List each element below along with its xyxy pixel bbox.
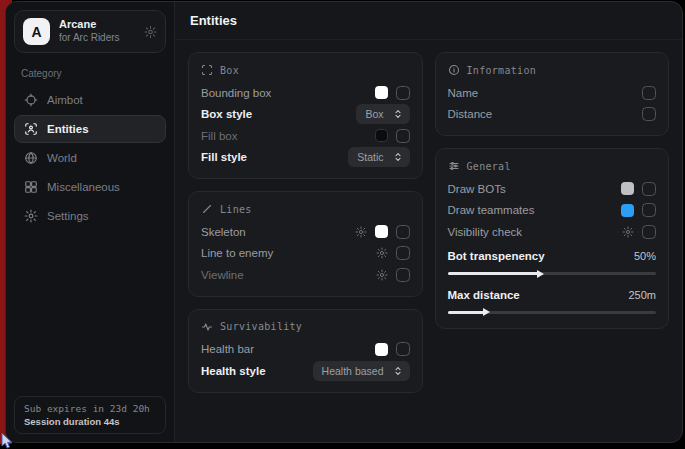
checkbox[interactable]: [396, 86, 410, 100]
line-icon: [201, 203, 213, 215]
setting-label: Box style: [201, 108, 252, 120]
sidebar-item-settings[interactable]: Settings: [14, 202, 166, 230]
session-duration-text: Session duration 44s: [24, 416, 156, 427]
setting-label: Viewline: [201, 269, 244, 281]
setting-row: Visibility check: [448, 221, 657, 243]
setting-row: Draw teammates: [448, 200, 657, 222]
setting-label: Name: [448, 87, 479, 99]
chevrons-up-down-icon: [393, 152, 403, 162]
gear-icon[interactable]: [376, 269, 388, 281]
panel-title-text: Information: [467, 65, 537, 76]
grid-icon: [24, 180, 38, 194]
slider-thumb[interactable]: [537, 270, 544, 278]
checkbox[interactable]: [396, 246, 410, 260]
app-header-card: A Arcane for Arc Riders: [14, 10, 166, 53]
panel-title-text: Lines: [220, 204, 252, 215]
gear-icon[interactable]: [144, 25, 157, 38]
checkbox[interactable]: [642, 107, 656, 121]
sidebar-item-label: Entities: [47, 123, 89, 135]
setting-label: Line to enemy: [201, 247, 273, 259]
color-swatch[interactable]: [375, 343, 388, 356]
slider-fill: [448, 311, 488, 314]
slider-label: Max distance: [448, 289, 520, 301]
globe-icon: [24, 151, 38, 165]
setting-label: Distance: [448, 108, 493, 120]
color-swatch[interactable]: [621, 182, 634, 195]
checkbox[interactable]: [642, 225, 656, 239]
panel-title: Lines: [201, 203, 410, 215]
sidebar-item-label: Miscellaneous: [47, 181, 120, 193]
survivability-panel: Survivability Health bar Health style He…: [188, 309, 423, 393]
color-swatch[interactable]: [375, 86, 388, 99]
entity-scan-icon: [24, 122, 38, 136]
gear-icon: [24, 209, 38, 223]
checkbox[interactable]: [642, 203, 656, 217]
lines-panel: Lines Skeleton Line to enemy: [188, 191, 423, 297]
checkbox[interactable]: [642, 86, 656, 100]
gear-icon[interactable]: [355, 226, 367, 238]
slider-value: 250m: [628, 289, 656, 301]
sidebar-item-entities[interactable]: Entities: [14, 115, 166, 143]
setting-label: Health style: [201, 365, 266, 377]
sliders-icon: [448, 160, 460, 172]
fill-style-dropdown[interactable]: Static: [348, 147, 409, 167]
app-subtitle: for Arc Riders: [59, 32, 120, 45]
setting-label: Draw teammates: [448, 204, 535, 216]
setting-row: Viewline: [201, 264, 410, 286]
information-panel: Information Name Distance: [435, 52, 670, 136]
checkbox[interactable]: [396, 342, 410, 356]
main-area: Entities Box Bounding box: [175, 2, 682, 442]
checkbox[interactable]: [396, 268, 410, 282]
dropdown-value: Health based: [322, 365, 384, 377]
setting-row: Fill box: [201, 125, 410, 147]
setting-row: Name: [448, 82, 657, 104]
panel-title: Box: [201, 64, 410, 76]
checkbox[interactable]: [396, 225, 410, 239]
box-panel: Box Bounding box Box style Box: [188, 52, 423, 179]
setting-label: Fill box: [201, 130, 237, 142]
gear-icon[interactable]: [622, 226, 634, 238]
max-distance-slider[interactable]: [448, 311, 657, 314]
color-swatch[interactable]: [375, 225, 388, 238]
health-style-dropdown[interactable]: Health based: [313, 361, 410, 381]
mouse-cursor: [1, 433, 14, 449]
setting-row: Health bar: [201, 339, 410, 361]
gear-icon[interactable]: [376, 247, 388, 259]
setting-label: Draw BOTs: [448, 183, 506, 195]
dropdown-value: Static: [357, 151, 383, 163]
setting-row: Distance: [448, 104, 657, 126]
setting-row: Skeleton: [201, 221, 410, 243]
setting-row: Health style Health based: [201, 360, 410, 382]
sidebar-item-world[interactable]: World: [14, 144, 166, 172]
slider-label-row: Bot transpenency 50%: [448, 246, 657, 268]
setting-row: Line to enemy: [201, 243, 410, 265]
panel-title-text: Box: [220, 65, 239, 76]
health-icon: [201, 321, 213, 333]
setting-row: Fill style Static: [201, 147, 410, 169]
setting-row: Draw BOTs: [448, 178, 657, 200]
slider-thumb[interactable]: [483, 308, 490, 316]
checkbox[interactable]: [396, 129, 410, 143]
sub-expiry-text: Sub expires in 23d 20h: [24, 403, 156, 414]
dropdown-value: Box: [365, 108, 383, 120]
right-column: Information Name Distance General: [435, 52, 670, 329]
checkbox[interactable]: [642, 182, 656, 196]
sidebar-item-label: Settings: [47, 210, 89, 222]
setting-label: Fill style: [201, 151, 247, 163]
slider-label: Bot transpenency: [448, 250, 545, 262]
sidebar-item-miscellaneous[interactable]: Miscellaneous: [14, 173, 166, 201]
panel-title: Information: [448, 64, 657, 76]
setting-row: Box style Box: [201, 104, 410, 126]
setting-row: Bounding box: [201, 82, 410, 104]
sidebar: A Arcane for Arc Riders Category Aimbot …: [6, 2, 175, 442]
sidebar-item-label: Aimbot: [47, 94, 83, 106]
sidebar-item-aimbot[interactable]: Aimbot: [14, 86, 166, 114]
crosshair-icon: [24, 93, 38, 107]
color-swatch[interactable]: [621, 204, 634, 217]
chevrons-up-down-icon: [393, 366, 403, 376]
box-style-dropdown[interactable]: Box: [356, 104, 409, 124]
setting-label: Visibility check: [448, 226, 523, 238]
bot-transparency-slider[interactable]: [448, 272, 657, 275]
info-icon: [448, 64, 460, 76]
color-swatch[interactable]: [375, 129, 388, 142]
